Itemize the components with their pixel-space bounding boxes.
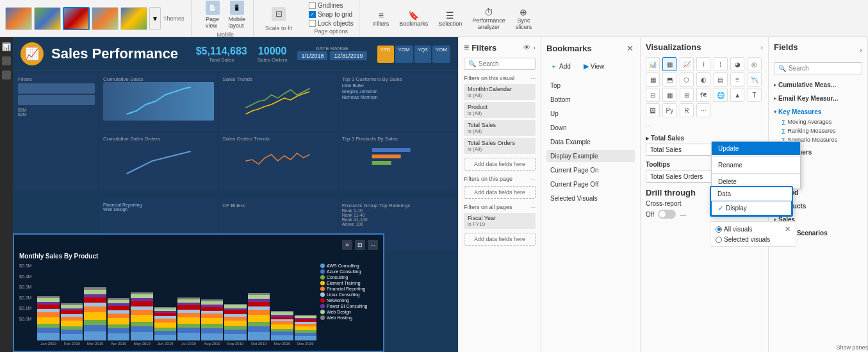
bm-type-display-row[interactable]: ✓ Display (711, 201, 792, 215)
viz-slicer-icon[interactable]: ⊟ (646, 88, 660, 102)
page-view-btn[interactable]: 📄 Page view (203, 0, 222, 30)
bar-jan[interactable] (37, 283, 59, 340)
scale-to-fit-btn[interactable]: ⊡ (269, 6, 288, 24)
bar-dec[interactable] (295, 283, 316, 340)
nav-icon-2[interactable] (2, 56, 11, 65)
bm-type-data-row[interactable]: Data (711, 187, 792, 201)
bm-current-page-off[interactable]: Current Page Off (546, 178, 635, 190)
theme-swatch-5[interactable] (120, 7, 147, 30)
bookmarks-close-btn[interactable]: ✕ (625, 42, 635, 54)
field-ranking-measures[interactable]: ∑ Ranking Measures (774, 126, 862, 135)
filters-all-more-icon[interactable]: ··· (530, 204, 536, 210)
bar-jul[interactable] (177, 283, 199, 340)
theme-swatch-2[interactable] (34, 7, 61, 30)
bar-may[interactable] (131, 283, 152, 340)
performance-btn[interactable]: ⏱ Performance analyzer (470, 6, 508, 31)
field-moving-averages[interactable]: ∑ Moving Averages (774, 117, 862, 126)
fields-search-box[interactable]: 🔍 (774, 62, 862, 74)
viz-treemap-icon[interactable]: ▦ (646, 72, 660, 87)
theme-swatch-3[interactable] (63, 7, 90, 30)
cumulative-header[interactable]: ▸ Cumulative Meas... (774, 80, 862, 90)
viz-donut-icon[interactable]: ◎ (748, 57, 762, 71)
bookmarks-btn[interactable]: 🔖 Bookmarks (397, 9, 430, 28)
viz-multirow-icon[interactable]: ≡ (730, 72, 744, 87)
bar-sep[interactable] (224, 283, 246, 340)
nav-icon-3[interactable] (2, 71, 11, 80)
bm-bottom[interactable]: Bottom (546, 94, 635, 106)
fiscal-year-filter[interactable]: Fiscal Year is FY19 (464, 213, 536, 229)
theme-swatch-1[interactable] (5, 7, 32, 30)
filters-btn[interactable]: ≡ Filters (371, 9, 392, 28)
filters-page-more-icon[interactable]: ··· (530, 176, 536, 182)
period-btn-yom[interactable]: YOM (395, 46, 413, 63)
month-filter[interactable]: MonthInCalendar is (All) (464, 84, 536, 100)
snap-checkbox[interactable]: ✓ (309, 11, 316, 18)
filter-bar-1[interactable] (18, 83, 95, 94)
lock-checkbox[interactable] (309, 20, 316, 27)
bar-jun[interactable] (154, 283, 176, 340)
all-visuals-option[interactable]: All visuals (716, 226, 752, 233)
viz-map-icon[interactable]: 🗺 (696, 88, 710, 102)
filters-expand-icon[interactable]: › (533, 44, 536, 51)
viz-r-icon[interactable]: R (680, 103, 694, 117)
viz-expand-icon[interactable]: › (760, 44, 763, 51)
viz-image-icon[interactable]: 🖼 (646, 103, 660, 117)
email-key-header[interactable]: ▸ Email Key Measur... (774, 93, 862, 104)
all-visuals-radio[interactable] (716, 226, 722, 233)
viz-scatter-icon[interactable]: ⁞ (714, 57, 728, 71)
context-rename-btn[interactable]: Rename (712, 158, 800, 172)
viz-pie-icon[interactable]: ◕ (730, 57, 744, 71)
context-update-btn[interactable]: Update (712, 142, 800, 155)
bm-down[interactable]: Down (546, 122, 635, 134)
viz-stack-icon[interactable]: ▦ (662, 57, 676, 71)
bm-display-example[interactable]: Display Example (546, 150, 635, 162)
product-filter[interactable]: Product is (All) (464, 102, 536, 118)
chart-focus-btn[interactable]: ⊡ (355, 240, 365, 250)
bar-mar[interactable] (84, 283, 106, 340)
theme-swatch-4[interactable] (92, 7, 119, 30)
nav-icon-1[interactable]: 📊 (2, 42, 11, 51)
bm-selected-visuals[interactable]: Selected Visuals (546, 192, 635, 205)
filters-search-input[interactable] (479, 60, 531, 67)
fields-expand-icon[interactable]: › (860, 46, 862, 54)
viz-kpi-icon[interactable]: 📉 (748, 72, 762, 87)
selected-visuals-option[interactable]: Selected visuals (716, 236, 790, 243)
filter-bar-2[interactable] (18, 95, 95, 105)
bookmarks-add-btn[interactable]: ＋ Add (546, 60, 575, 73)
fields-search-input[interactable] (789, 65, 858, 72)
bar-oct[interactable] (248, 283, 270, 340)
bm-current-page-on[interactable]: Current Page On (546, 164, 635, 176)
filters-search-box[interactable]: 🔍 (464, 58, 536, 70)
viz-table-icon[interactable]: ▦ (662, 88, 676, 102)
period-btn-ytd[interactable]: YTD (377, 46, 394, 63)
bar-apr[interactable] (108, 283, 129, 340)
viz-python-icon[interactable]: Py (662, 103, 676, 117)
viz-matrix-icon[interactable]: ⊞ (680, 88, 694, 102)
viz-shape-icon[interactable]: ▲ (730, 88, 744, 102)
add-data-visual-btn[interactable]: Add data fields here (464, 158, 536, 171)
bar-feb[interactable] (61, 283, 83, 340)
period-btn-yq3[interactable]: YQ3 (414, 46, 431, 63)
mobile-layout-btn[interactable]: 📱 Mobile layout (226, 0, 249, 30)
viz-line-icon[interactable]: 📈 (680, 57, 694, 71)
bm-up[interactable]: Up (546, 108, 635, 120)
total-orders-filter[interactable]: Total Sales Orders is (All) (464, 138, 536, 154)
add-data-all-btn[interactable]: Add data fields here (464, 233, 536, 246)
chart-more-btn[interactable]: ··· (368, 240, 378, 250)
viz-card-icon[interactable]: ▤ (714, 72, 728, 87)
filters-visual-more-icon[interactable]: ··· (530, 75, 536, 81)
viz-filled-icon[interactable]: 🌐 (714, 88, 728, 102)
off-toggle-switch[interactable] (658, 210, 676, 219)
viz-more-icon[interactable]: ··· (696, 103, 710, 117)
bookmarks-view-btn[interactable]: ▶ View (580, 60, 609, 73)
selected-visuals-radio[interactable] (716, 237, 722, 243)
visuals-filter-close-icon[interactable]: ✕ (785, 225, 790, 233)
total-sales-filter[interactable]: Total Sales is (All) (464, 120, 536, 136)
viz-gauge-icon[interactable]: ◐ (696, 72, 710, 87)
key-measures-header[interactable]: ▾ Key Measures (774, 106, 862, 117)
viz-area-icon[interactable]: ⌇ (696, 57, 710, 71)
bar-aug[interactable] (201, 283, 223, 340)
viz-bar-icon[interactable]: 📊 (646, 57, 660, 71)
chart-filter-btn[interactable]: ≡ (342, 240, 352, 250)
gridlines-checkbox[interactable] (309, 2, 316, 9)
